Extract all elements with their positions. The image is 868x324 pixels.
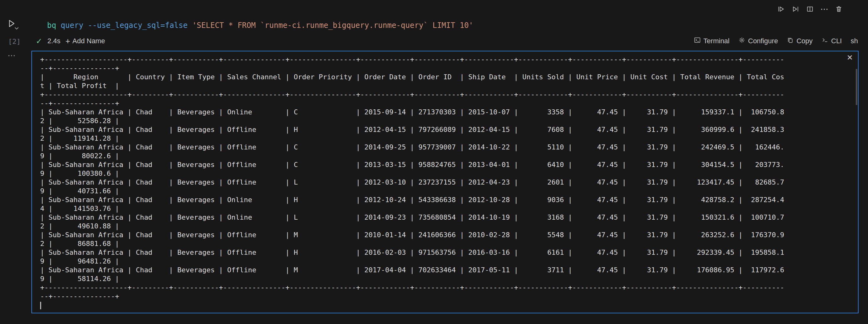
cli-label: CLI (831, 37, 842, 45)
cell-overflow-menu-icon[interactable]: ⋯ (7, 51, 16, 60)
cell-toolbar: ⋯ (775, 3, 845, 15)
language-indicator[interactable]: sh (851, 37, 858, 45)
copy-button[interactable]: Copy (787, 37, 812, 45)
more-actions-icon[interactable]: ⋯ (818, 3, 830, 15)
execute-above-icon[interactable] (775, 3, 787, 15)
chevron-down-icon (14, 26, 19, 31)
language-label: sh (851, 37, 858, 45)
run-cell-button[interactable] (4, 17, 18, 31)
cli-icon (822, 37, 829, 45)
plus-icon: + (66, 37, 70, 45)
close-output-icon[interactable]: ✕ (847, 54, 853, 62)
status-left: ✓ 2.4s + Add Name (36, 37, 105, 45)
execution-count: [2] (8, 38, 21, 45)
copy-label: Copy (797, 37, 812, 45)
delete-cell-icon[interactable] (833, 3, 845, 15)
command-editor[interactable]: bq query --use_legacy_sql=false 'SELECT … (31, 18, 859, 33)
add-name-label: Add Name (72, 37, 105, 45)
success-check-icon: ✓ (36, 37, 42, 45)
execute-below-icon[interactable] (789, 3, 802, 15)
configure-button[interactable]: Configure (738, 37, 778, 45)
execution-duration: 2.4s (48, 37, 61, 45)
split-cell-icon[interactable] (804, 3, 816, 15)
cell-main: bq query --use_legacy_sql=false 'SELECT … (31, 18, 859, 313)
terminal-output[interactable]: +--------------------+---------+--------… (31, 51, 859, 313)
terminal-cursor (40, 302, 41, 309)
cli-button[interactable]: CLI (822, 37, 842, 45)
terminal-scrollbar[interactable] (856, 69, 857, 105)
terminal-text: +--------------------+---------+--------… (40, 55, 858, 301)
terminal-icon (694, 37, 701, 45)
gear-icon (738, 37, 745, 45)
copy-icon (787, 37, 794, 45)
notebook-cell-region: ⋯ [2] ⋯ bq query --use_legacy_sql=false … (0, 0, 868, 324)
configure-label: Configure (748, 37, 778, 45)
add-name-button[interactable]: + Add Name (66, 37, 105, 45)
cell-status-bar: ✓ 2.4s + Add Name Terminal (31, 33, 859, 49)
command-text: bq query --use_legacy_sql=false 'SELECT … (47, 21, 473, 30)
terminal-tab[interactable]: Terminal (694, 37, 730, 45)
status-right: Terminal Configure Copy (694, 37, 859, 45)
terminal-tab-label: Terminal (704, 37, 730, 45)
